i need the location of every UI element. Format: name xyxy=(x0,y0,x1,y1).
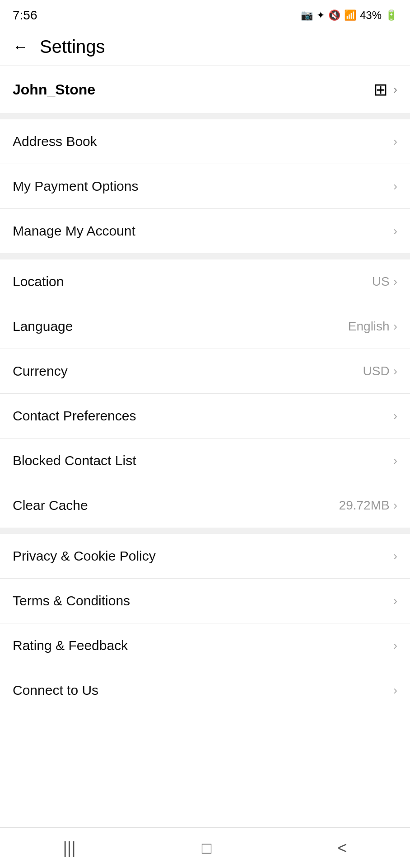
status-time: 7:56 xyxy=(13,8,37,23)
address-book-right: › xyxy=(393,134,397,149)
legal-section: Privacy & Cookie Policy › Terms & Condit… xyxy=(0,534,410,712)
bluetooth-icon: ✦ xyxy=(317,9,325,21)
contact-preferences-item[interactable]: Contact Preferences › xyxy=(0,394,410,439)
rating-feedback-item[interactable]: Rating & Feedback › xyxy=(0,623,410,668)
preferences-section: Location US › Language English › Currenc… xyxy=(0,259,410,528)
account-section: Address Book › My Payment Options › Mana… xyxy=(0,119,410,253)
currency-chevron-icon: › xyxy=(393,364,397,378)
privacy-policy-right: › xyxy=(393,549,397,563)
qr-code-icon: ⊞ xyxy=(373,80,388,99)
connect-to-us-label: Connect to Us xyxy=(13,683,98,698)
language-item[interactable]: Language English › xyxy=(0,304,410,349)
blocked-contact-list-right: › xyxy=(393,453,397,468)
terms-conditions-chevron-icon: › xyxy=(393,594,397,608)
location-item[interactable]: Location US › xyxy=(0,259,410,304)
contact-preferences-chevron-icon: › xyxy=(393,409,397,423)
blocked-contact-list-label: Blocked Contact List xyxy=(13,453,136,468)
privacy-policy-item[interactable]: Privacy & Cookie Policy › xyxy=(0,534,410,579)
payment-options-chevron-icon: › xyxy=(393,179,397,193)
language-label: Language xyxy=(13,319,73,334)
profile-row[interactable]: John_Stone ⊞ › xyxy=(0,66,410,113)
rating-feedback-chevron-icon: › xyxy=(393,638,397,653)
section-divider-1 xyxy=(0,113,410,119)
clear-cache-item[interactable]: Clear Cache 29.72MB › xyxy=(0,483,410,528)
location-chevron-icon: › xyxy=(393,274,397,289)
camera-icon: 📷 xyxy=(301,9,313,21)
language-chevron-icon: › xyxy=(393,319,397,334)
section-divider-3 xyxy=(0,528,410,534)
section-divider-2 xyxy=(0,253,410,259)
currency-right: USD › xyxy=(363,364,397,378)
privacy-policy-label: Privacy & Cookie Policy xyxy=(13,548,156,564)
manage-account-item[interactable]: Manage My Account › xyxy=(0,209,410,253)
terms-conditions-right: › xyxy=(393,594,397,608)
address-book-label: Address Book xyxy=(13,134,97,149)
payment-options-label: My Payment Options xyxy=(13,179,138,194)
home-button[interactable]: □ xyxy=(188,834,225,862)
currency-label: Currency xyxy=(13,363,68,379)
currency-item[interactable]: Currency USD › xyxy=(0,349,410,394)
contact-preferences-label: Contact Preferences xyxy=(13,408,136,424)
connect-to-us-item[interactable]: Connect to Us › xyxy=(0,668,410,712)
clear-cache-label: Clear Cache xyxy=(13,498,88,513)
page-title: Settings xyxy=(40,37,105,57)
location-value: US xyxy=(372,274,390,289)
connect-to-us-right: › xyxy=(393,683,397,698)
clear-cache-chevron-icon: › xyxy=(393,498,397,513)
profile-username: John_Stone xyxy=(13,81,95,98)
recent-apps-button[interactable]: ||| xyxy=(50,834,89,862)
currency-value: USD xyxy=(363,364,390,378)
profile-right: ⊞ › xyxy=(373,80,397,99)
manage-account-chevron-icon: › xyxy=(393,224,397,238)
back-button[interactable]: ← xyxy=(9,36,32,57)
clear-cache-right: 29.72MB › xyxy=(339,498,397,513)
back-nav-button[interactable]: < xyxy=(324,834,360,862)
address-book-item[interactable]: Address Book › xyxy=(0,119,410,164)
manage-account-right: › xyxy=(393,224,397,238)
payment-options-right: › xyxy=(393,179,397,193)
manage-account-label: Manage My Account xyxy=(13,223,135,239)
blocked-contact-list-item[interactable]: Blocked Contact List › xyxy=(0,439,410,483)
status-bar: 7:56 📷 ✦ 🔇 📶 43% 🔋 xyxy=(0,0,410,28)
mute-icon: 🔇 xyxy=(328,9,340,21)
clear-cache-value: 29.72MB xyxy=(339,498,390,513)
privacy-policy-chevron-icon: › xyxy=(393,549,397,563)
wifi-icon: 📶 xyxy=(344,9,356,21)
terms-conditions-label: Terms & Conditions xyxy=(13,593,130,609)
blocked-contact-list-chevron-icon: › xyxy=(393,453,397,468)
payment-options-item[interactable]: My Payment Options › xyxy=(0,164,410,209)
address-book-chevron-icon: › xyxy=(393,134,397,149)
profile-chevron-icon: › xyxy=(393,82,397,97)
language-value: English xyxy=(348,319,390,334)
terms-conditions-item[interactable]: Terms & Conditions › xyxy=(0,579,410,623)
bottom-navigation: ||| □ < xyxy=(0,827,410,868)
location-right: US › xyxy=(372,274,397,289)
status-icons: 📷 ✦ 🔇 📶 43% 🔋 xyxy=(301,9,397,22)
battery-level: 43% xyxy=(360,9,382,22)
language-right: English › xyxy=(348,319,397,334)
battery-icon: 🔋 xyxy=(385,9,397,21)
connect-to-us-chevron-icon: › xyxy=(393,683,397,698)
rating-feedback-label: Rating & Feedback xyxy=(13,638,128,653)
rating-feedback-right: › xyxy=(393,638,397,653)
contact-preferences-right: › xyxy=(393,409,397,423)
location-label: Location xyxy=(13,274,64,289)
header: ← Settings xyxy=(0,28,410,66)
